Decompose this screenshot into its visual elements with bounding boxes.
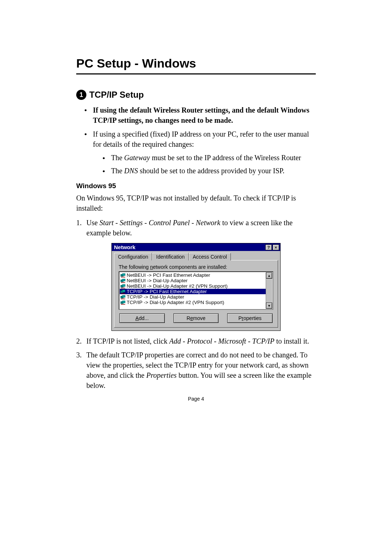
page-content: PC Setup - Windows 1 TCP/IP Setup If usi… [76,56,316,390]
svg-rect-4 [122,279,125,281]
list-item[interactable]: TCP/IP -> Dial-Up Adapter #2 (VPN Suppor… [120,300,266,305]
list-item[interactable]: NetBEUI -> PCI Fast Ethernet Adapter [120,272,266,278]
page-label: Page [188,396,201,402]
ordered-steps-1: Use Start - Settings - Control Panel - N… [76,218,316,238]
network-dialog: Network ? × Configuration Identification… [111,243,281,331]
main-bullet-list: If using the default Wireless Router set… [84,105,316,176]
subheading-windows95: Windows 95 [76,182,316,190]
list-item[interactable]: TCP/IP -> PCI Fast Ethernet Adapter [120,289,266,294]
page-title: PC Setup - Windows [76,56,316,70]
list-item-text: TCP/IP -> Dial-Up Adapter [127,294,184,300]
tab-panel: The following network components are ins… [114,260,278,328]
list-item-text: NetBEUI -> Dial-Up Adapter [127,278,188,283]
list-item-text: NetBEUI -> Dial-Up Adapter #2 (VPN Suppo… [127,283,228,289]
paragraph: On Windows 95, TCP/IP was not installed … [76,193,316,213]
list-inner: NetBEUI -> PCI Fast Ethernet AdapterNetB… [120,272,266,309]
list-item: If TCP/IP is not listed, click Add - Pro… [76,336,316,346]
scroll-up-button[interactable]: ▲ [266,272,272,279]
add-button[interactable]: Add... [119,313,165,323]
protocol-icon [121,300,126,305]
svg-rect-13 [122,295,125,297]
list-item[interactable]: TCP/IP -> Dial-Up Adapter [120,294,266,300]
tab-identification[interactable]: Identification [152,253,189,260]
protocol-icon [121,279,126,283]
dialog-title: Network [114,244,135,250]
svg-rect-10 [122,290,125,292]
protocol-icon [121,295,126,299]
properties-button[interactable]: Properties [227,313,273,323]
tab-strip: Configuration Identification Access Cont… [114,252,278,260]
titlebar-buttons: ? × [265,244,279,250]
list-item[interactable]: NetBEUI -> Dial-Up Adapter [120,278,266,283]
page-number-value: 4 [201,396,204,402]
list-item-text: NetBEUI -> PCI Fast Ethernet Adapter [127,272,210,278]
protocol-icon [121,273,126,278]
ordered-steps-2: If TCP/IP is not listed, click Add - Pro… [76,336,316,390]
tab-access-control[interactable]: Access Control [189,253,231,260]
page-number: Page 4 [0,396,392,402]
figure-network-dialog: Network ? × Configuration Identification… [76,243,316,331]
list-item-text: TCP/IP -> PCI Fast Ethernet Adapter [127,289,207,294]
remove-button[interactable]: Remove [173,313,219,323]
section-number-badge: 1 [76,90,86,100]
section-heading: 1 TCP/IP Setup [76,90,316,100]
dialog-body: Configuration Identification Access Cont… [112,251,280,331]
scroll-down-button[interactable]: ▼ [266,303,272,309]
components-listbox[interactable]: NetBEUI -> PCI Fast Ethernet AdapterNetB… [119,271,273,310]
list-item-text: TCP/IP -> Dial-Up Adapter #2 (VPN Suppor… [127,300,224,305]
list-item: If using the default Wireless Router set… [84,105,316,125]
listbox-scrollbar[interactable]: ▲ ▼ [266,272,272,309]
protocol-icon [121,289,126,294]
sub-bullet-list: The Gateway must be set to the IP addres… [102,152,316,176]
svg-rect-16 [122,301,125,303]
dialog-button-row: Add... Remove Properties [119,313,273,323]
svg-rect-1 [122,274,125,276]
list-item: The Gateway must be set to the IP addres… [102,152,316,163]
protocol-icon [121,284,126,288]
section-title: TCP/IP Setup [89,90,144,100]
list-item-text: If using a specified (fixed) IP address … [93,130,309,148]
list-item[interactable]: NetBEUI -> Dial-Up Adapter #2 (VPN Suppo… [120,283,266,289]
list-item: The DNS should be set to the address pro… [102,165,316,176]
list-item: The default TCP/IP properties are correc… [76,350,316,390]
title-rule [76,73,316,74]
dialog-titlebar: Network ? × [112,243,280,251]
help-button[interactable]: ? [265,244,272,250]
list-item: Use Start - Settings - Control Panel - N… [76,218,316,238]
svg-rect-7 [122,284,125,287]
close-button[interactable]: × [273,244,279,250]
components-label: The following network components are ins… [119,264,273,270]
tab-configuration[interactable]: Configuration [114,253,152,260]
list-item: If using a specified (fixed) IP address … [84,129,316,176]
